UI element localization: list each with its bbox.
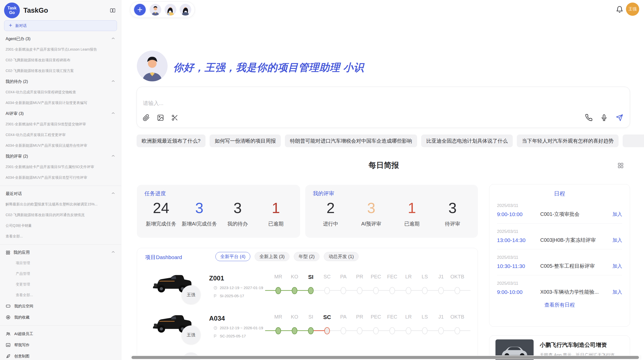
sidebar-section-header[interactable]: 我的待办 (2)	[0, 76, 121, 87]
sidebar-tool-quill-icon[interactable]: 创意制图	[0, 351, 121, 360]
app-item[interactable]: 产品管理	[0, 268, 121, 279]
recent-chat-item[interactable]: 解释最新出台的欧盟报废车法规再生塑料比例被调至15%...	[0, 199, 121, 210]
sidebar-collapse-icon[interactable]	[109, 7, 116, 14]
sidebar-section-header[interactable]: AI评审 (3)	[0, 108, 121, 119]
sidebar-item[interactable]: Z001-全新燃油皮卡产品开发项目SI节点Lesson Learn报告	[0, 44, 121, 55]
notification-bell-icon[interactable]	[615, 5, 624, 14]
milestone-label-PR: PR	[352, 314, 368, 321]
image-icon	[157, 114, 164, 121]
image-upload-icon[interactable]	[157, 114, 164, 122]
milestone-label-SI: SI	[303, 314, 319, 321]
dashboard-filter-pill[interactable]: 年型 (2)	[294, 252, 319, 261]
suggestion-chips-row: 欧洲新规最近颁布了什么?如何写一份清晰的项目周报特朗普可能对进口汽车增税会对中国…	[137, 134, 644, 147]
join-meeting-link[interactable]: 加入	[612, 289, 622, 295]
stat-value: 3	[180, 201, 219, 215]
milestone-label-LS: LS	[417, 274, 433, 280]
app-item[interactable]: 变更管理	[0, 279, 121, 290]
sidebar-section-title: 我的待办 (2)	[6, 79, 111, 84]
sidebar-link-star-circle-icon[interactable]: 我的收藏	[0, 312, 121, 323]
milestone-label-PEC: PEC	[368, 274, 384, 280]
dashboard-filter-pill[interactable]: 全新平台 (4)	[215, 252, 250, 261]
view-all-link[interactable]: 查看全部...	[0, 290, 121, 301]
sidebar-item[interactable]: C0X4-动力总成开发项目工程变更评审	[0, 130, 121, 140]
screenshot-scissors-icon[interactable]	[171, 114, 179, 122]
avatar-illustration	[180, 4, 191, 16]
stat-label: 已逾期	[257, 220, 295, 227]
sidebar-item[interactable]: A034-全新新能源MUV产品开发项目计划变更表编写	[0, 98, 121, 108]
new-chat-button[interactable]: 新对话	[4, 20, 117, 31]
milestone-label-LR: LR	[400, 274, 417, 280]
voice-call-icon[interactable]	[585, 114, 593, 122]
dashboard-filter-pill[interactable]: 全新上装 (3)	[255, 252, 289, 261]
agent-avatar[interactable]	[165, 4, 176, 16]
sidebar-section-header[interactable]: Agent已办 (3)	[0, 34, 121, 44]
stat-metric: 1已逾期	[257, 201, 295, 227]
app-window: Task Go TaskGo 新对话 Agent已办 (3)Z001-全新燃油皮…	[0, 0, 644, 360]
milestone-dot-LS	[422, 327, 428, 334]
join-meeting-link[interactable]: 加入	[612, 237, 622, 244]
view-all-link[interactable]: 查看全部...	[0, 231, 121, 242]
user-avatar-badge[interactable]: 王强	[626, 3, 639, 16]
milestone-dot-PEC	[373, 287, 379, 294]
project-row[interactable]: 王强Z0012023-12-19 ~ 2027-01-19SI-2025-05-…	[137, 270, 478, 309]
cloud-drive-icon	[6, 304, 11, 309]
stat-label: 已逾期	[392, 220, 432, 227]
join-meeting-link[interactable]: 加入	[612, 211, 622, 218]
sidebar-item[interactable]: C02-飞腾新能源轻客改款项目立项汇报方案	[0, 66, 121, 76]
sidebar-section-header[interactable]: 我的应用	[0, 247, 121, 258]
sidebar-section-header[interactable]: 最近对话	[0, 188, 121, 199]
schedule-event: 2025/03/1110:30-11:30C005-整车工程目标评审加入	[497, 249, 622, 269]
chevron-up-icon	[111, 191, 115, 197]
suggestion-chip[interactable]: 当下年轻人对汽车外观有怎样的喜好趋势	[517, 134, 619, 147]
attachment-icon[interactable]	[142, 114, 150, 122]
horizontal-scrollbar-thumb[interactable]	[131, 356, 639, 359]
sidebar-item[interactable]: A034-全新新能源MUV产品开发项目造型可行性评审	[0, 172, 121, 183]
milestone-dot-J1	[438, 327, 444, 334]
sidebar-tool-write-icon[interactable]: 帮我写作	[0, 339, 121, 351]
divider	[0, 244, 121, 245]
milestone-dot-MR	[275, 327, 281, 334]
agent-avatar[interactable]	[180, 4, 191, 16]
plus-icon	[8, 23, 13, 27]
milestone-label-SI: SI	[303, 274, 319, 280]
app-item[interactable]: 项目管理	[0, 258, 121, 268]
recent-chat-item[interactable]: 公司Q3轻卡销量	[0, 220, 121, 231]
sidebar-section-title: 我的应用	[13, 250, 111, 255]
sidebar-section-header[interactable]: 我的评审 (2)	[0, 151, 121, 162]
new-chat-label: 新对话	[15, 23, 27, 28]
input-toolbar-left	[142, 114, 179, 122]
sidebar-section-title: AI评审 (3)	[6, 111, 111, 116]
suggestion-chip[interactable]: 比亚迪全固态电池计划具体说了什么	[421, 134, 513, 147]
suggestion-chip[interactable]: 特朗普可能对进口汽车增税会对中国车企造成哪些影响	[285, 134, 417, 147]
view-all-schedule-link[interactable]: 查看所有日程	[497, 302, 622, 308]
send-icon[interactable]	[616, 114, 623, 122]
sidebar-item[interactable]: Z001-全新燃油轻卡产品开发项目SI造型提交物评审	[0, 119, 121, 130]
news-title: 小鹏飞行汽车制造公司增资	[540, 341, 607, 349]
sidebar-item[interactable]: C02-飞腾新能源轻客改款项目里程碑画布	[0, 55, 121, 66]
sidebar-item[interactable]: C0X4-动力总成开发项目SI里程碑提交物检查	[0, 87, 121, 98]
logo-text-top: Task	[7, 6, 16, 10]
sidebar-item[interactable]: Z001-全新燃油轻卡产品开发项目SI节点属性5D文件评审	[0, 162, 121, 172]
dashboard-filter-pill[interactable]: 动总开发 (1)	[324, 252, 359, 261]
horizontal-scrollbar	[130, 355, 641, 359]
recent-chat-item[interactable]: C02-飞腾新能源轻客改款项目的闭环通告反馈情况	[0, 210, 121, 220]
sidebar-link-cloud-drive-icon[interactable]: 我的云空间	[0, 301, 121, 312]
add-agent-button[interactable]	[134, 3, 146, 16]
milestone-dot-MR	[275, 287, 281, 294]
project-row[interactable]: 王强A0342023-12-19 ~ 2026-01-19SC-2025-05-…	[137, 310, 478, 349]
microphone-icon[interactable]	[600, 114, 608, 122]
clock-icon	[213, 286, 217, 290]
sidebar-item[interactable]: A034-全新新能源MUV产品开发项目法规符合性评审	[0, 140, 121, 151]
suggestion-chip[interactable]: 如何写一份清晰的项目周报	[210, 134, 281, 147]
avatar-illustration	[165, 4, 176, 16]
suggestion-chip-partial[interactable]	[623, 134, 644, 147]
join-meeting-link[interactable]: 加入	[612, 263, 622, 269]
agent-avatar[interactable]	[150, 4, 161, 16]
stat-metric: 24新增完成任务	[142, 201, 180, 227]
briefing-layout-grid-icon[interactable]	[617, 162, 624, 169]
event-time: 9:00-10:00	[497, 289, 540, 295]
sidebar-tool-people-icon[interactable]: AI超级员工	[0, 328, 121, 339]
suggestion-chip[interactable]: 欧洲新规最近颁布了什么?	[137, 134, 206, 147]
chevron-up-icon	[111, 111, 115, 115]
chat-input[interactable]	[143, 100, 499, 106]
